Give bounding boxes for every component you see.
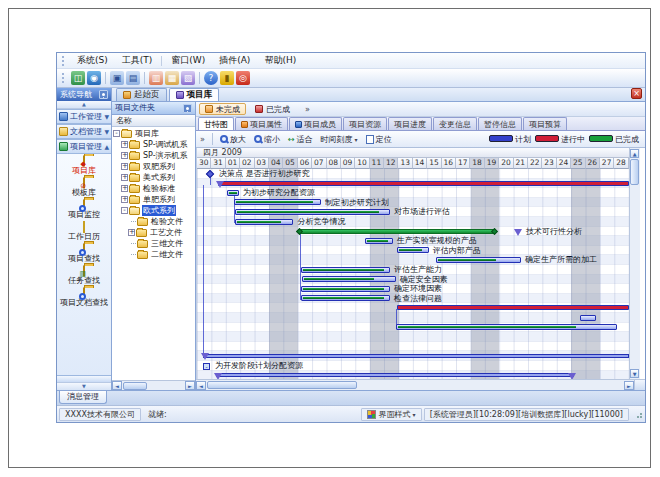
- tab-project-library[interactable]: 项目库: [169, 88, 220, 101]
- sidebar-item-project-library[interactable]: ◆ 项目库: [57, 156, 111, 176]
- sidebar-item-work-calendar[interactable]: 工作日历: [57, 222, 111, 242]
- tree-node[interactable]: + 检验标准: [112, 183, 195, 194]
- gantt-task-bar[interactable]: [227, 190, 239, 196]
- expand-icon[interactable]: +: [121, 174, 128, 181]
- menu-help[interactable]: 帮助(H): [257, 53, 303, 68]
- tree-node[interactable]: 二维文件: [112, 249, 195, 260]
- expand-icon[interactable]: +: [121, 141, 128, 148]
- sidebar-item-project-monitor[interactable]: 项目监控: [57, 200, 111, 220]
- tab-project-properties[interactable]: 项目属性: [235, 117, 288, 130]
- tree-node[interactable]: 三维文件: [112, 238, 195, 249]
- menu-tools[interactable]: 工具(T): [115, 53, 160, 68]
- tree-node[interactable]: 检验文件: [112, 216, 195, 227]
- expand-icon[interactable]: +: [121, 196, 128, 203]
- tab-project-progress[interactable]: 项目进度: [388, 117, 432, 130]
- tab-project-resources[interactable]: 项目资源: [343, 117, 387, 130]
- tree-node-selected[interactable]: - 欧式系列: [112, 205, 195, 216]
- assignment-icon[interactable]: -: [203, 363, 210, 370]
- tree-node[interactable]: + 单肥系列: [112, 194, 195, 205]
- window-icon[interactable]: ▣: [110, 71, 124, 85]
- help-icon[interactable]: ?: [204, 71, 218, 85]
- scroll-up-icon[interactable]: ▲: [630, 149, 639, 158]
- gantt-task-bar[interactable]: [397, 247, 429, 253]
- toolbar-overflow-icon[interactable]: »: [200, 135, 205, 144]
- gantt-task-bar[interactable]: [301, 295, 390, 301]
- sidebar-scroll-down[interactable]: ▼: [57, 382, 111, 390]
- sidebar-section-documents[interactable]: 文档管理 ▼: [57, 124, 111, 139]
- sidebar-section-projects[interactable]: 项目管理 ▲: [57, 139, 111, 154]
- web-icon[interactable]: ◉: [87, 71, 101, 85]
- tab-pause-info[interactable]: 暂停信息: [478, 117, 522, 130]
- scroll-down-icon[interactable]: ▼: [630, 369, 639, 378]
- gantt-summary-active-bar[interactable]: [397, 305, 629, 310]
- gantt-task-bar[interactable]: [365, 238, 392, 244]
- expand-icon[interactable]: +: [121, 152, 128, 159]
- scrollbar-thumb[interactable]: [207, 381, 357, 389]
- gantt-task-bar[interactable]: [235, 209, 390, 215]
- fit-button[interactable]: ↔适合: [284, 132, 317, 146]
- layout-icon[interactable]: ▤: [126, 71, 140, 85]
- sidebar-item-project-doc-search[interactable]: 项目文档查找: [57, 288, 111, 308]
- tree-node[interactable]: + 双肥系列: [112, 161, 195, 172]
- tree-node[interactable]: + SP-演示机系: [112, 150, 195, 161]
- sidebar-section-work[interactable]: 工作管理 ▼: [57, 109, 111, 124]
- report-icon[interactable]: ▥: [149, 71, 163, 85]
- sidebar-section-clipped[interactable]: [57, 375, 111, 382]
- time-scale-dropdown[interactable]: 时间刻度▾: [317, 132, 362, 146]
- tree-horizontal-scrollbar[interactable]: ◄ ►: [112, 380, 195, 390]
- sidebar-item-task-search[interactable]: ▥ 任务查找: [57, 266, 111, 286]
- gantt-task-bar[interactable]: [301, 286, 390, 292]
- gantt-task-bar[interactable]: [234, 199, 321, 205]
- sidebar-item-template-library[interactable]: ⊘ 模板库: [57, 178, 111, 198]
- gantt-task-bar[interactable]: [301, 267, 390, 273]
- workspace-icon[interactable]: ◫: [71, 71, 85, 85]
- tree-node[interactable]: + SP-调试机系: [112, 139, 195, 150]
- resize-grip[interactable]: [633, 409, 643, 419]
- scroll-right-icon[interactable]: ►: [185, 381, 195, 390]
- pin-icon[interactable]: [99, 90, 108, 99]
- tab-project-budget[interactable]: 项目预算: [523, 117, 567, 130]
- scrollbar-thumb[interactable]: [123, 382, 147, 390]
- filter-finished[interactable]: 已完成: [249, 103, 296, 115]
- menu-plugins[interactable]: 插件(A): [212, 53, 257, 68]
- gantt-vertical-scrollbar[interactable]: ▲ ▼: [629, 148, 640, 379]
- lock-icon[interactable]: ▮: [220, 71, 234, 85]
- tab-start-page[interactable]: 起始页: [116, 88, 167, 101]
- toolbar-drag-handle[interactable]: [62, 73, 67, 83]
- sidebar-item-project-search[interactable]: 项目查找: [57, 244, 111, 264]
- scrollbar-thumb[interactable]: [630, 159, 639, 185]
- expand-icon[interactable]: +: [121, 163, 128, 170]
- message-manager-tab[interactable]: 消息管理: [59, 391, 107, 404]
- gantt-task-bar[interactable]: [235, 219, 293, 225]
- scroll-right-icon[interactable]: ►: [624, 381, 634, 390]
- locate-button[interactable]: 定位: [362, 132, 396, 146]
- close-icon[interactable]: ×: [631, 88, 642, 99]
- power-icon[interactable]: ◎: [236, 71, 250, 85]
- zoom-in-button[interactable]: 放大: [216, 132, 250, 146]
- gantt-horizontal-scrollbar[interactable]: ◄ ►: [196, 379, 645, 390]
- scrollbar-track[interactable]: [630, 186, 640, 369]
- gantt-summary-done-bar[interactable]: [299, 229, 493, 234]
- expand-icon[interactable]: +: [128, 229, 135, 236]
- gantt-task-bar[interactable]: [436, 257, 521, 263]
- menubar-drag-handle[interactable]: [62, 56, 67, 66]
- gantt-task-bar[interactable]: [302, 276, 396, 282]
- collapse-icon[interactable]: -: [121, 207, 128, 214]
- menu-window[interactable]: 窗口(W): [164, 53, 212, 68]
- expand-icon[interactable]: +: [121, 185, 128, 192]
- schedule-icon[interactable]: ▦: [165, 71, 179, 85]
- zoom-out-button[interactable]: 缩小: [250, 132, 284, 146]
- tab-change-info[interactable]: 变更信息: [433, 117, 477, 130]
- gantt-summary-bar[interactable]: [203, 354, 629, 358]
- pin-icon[interactable]: [183, 104, 192, 113]
- tree-node[interactable]: + 工艺文件: [112, 227, 195, 238]
- gantt-task-bar[interactable]: [396, 324, 618, 330]
- menu-system[interactable]: 系统(S): [70, 53, 115, 68]
- tree-node[interactable]: - 项目库: [112, 128, 195, 139]
- filter-unfinished[interactable]: 未完成: [199, 103, 246, 115]
- tab-project-members[interactable]: 项目成员: [289, 117, 342, 130]
- ui-style-dropdown[interactable]: 界面样式 ▾: [361, 408, 422, 421]
- overflow-chevron-icon[interactable]: »: [305, 105, 310, 114]
- tab-gantt-chart[interactable]: 甘特图: [198, 117, 234, 130]
- tree-column-header[interactable]: 名称: [112, 115, 195, 127]
